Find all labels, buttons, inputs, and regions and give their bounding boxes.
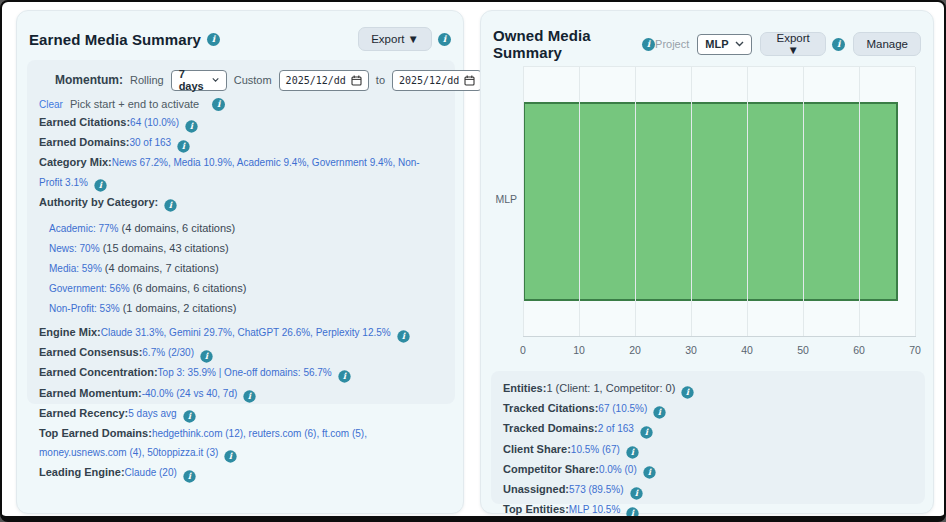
info-icon[interactable]: [682, 386, 694, 398]
gridline: [579, 67, 580, 336]
metric-label: Unassigned:: [503, 483, 569, 495]
metric-earned-recency: Earned Recency: 5 days avg: [39, 405, 443, 425]
metric-label: Leading Engine:: [39, 466, 125, 478]
info-icon[interactable]: [244, 390, 256, 402]
rolling-window-select[interactable]: 7 days: [171, 70, 227, 91]
authority-breakdown: Academic: 77% (4 domains, 6 citations) N…: [49, 220, 443, 320]
date-end-input[interactable]: 2025/12/dd: [392, 70, 482, 91]
authority-row-media: Media: 59% (4 domains, 7 citations): [49, 260, 443, 280]
gridline: [691, 67, 692, 336]
date-start-value: 2025/12/dd: [286, 75, 346, 86]
metric-value: 10.5% (67): [571, 444, 620, 455]
info-icon[interactable]: [626, 446, 638, 458]
metric-earned-consensus: Earned Consensus: 6.7% (2/30): [39, 344, 443, 364]
project-select[interactable]: MLP: [697, 34, 751, 55]
x-tick-label: 50: [797, 344, 809, 356]
rolling-window-value: 7 days: [179, 68, 206, 92]
metric-category-mix: Category Mix: News 67.2%, Media 10.9%, A…: [39, 154, 443, 193]
metric-engine-mix: Engine Mix: Claude 31.3%, Gemini 29.7%, …: [39, 324, 443, 344]
metric-top-entities: Top Entities: MLP 10.5%: [503, 501, 913, 521]
info-icon[interactable]: [627, 507, 639, 519]
owned-media-header: Owned Media Summary Project MLP Export ▼…: [493, 27, 921, 61]
info-icon[interactable]: [178, 140, 190, 152]
metric-label: Earned Consensus:: [39, 346, 142, 358]
info-icon[interactable]: [165, 200, 177, 212]
metric-value: 6.7% (2/30): [142, 347, 194, 358]
gridline: [915, 67, 916, 336]
metric-value: 573 (89.5%): [569, 484, 623, 495]
authority-detail: (1 domains, 2 citations): [120, 302, 237, 314]
info-icon[interactable]: [438, 33, 451, 46]
export-button[interactable]: Export ▼: [760, 32, 826, 56]
info-icon[interactable]: [183, 470, 195, 482]
info-icon[interactable]: [212, 98, 225, 111]
info-icon[interactable]: [207, 33, 220, 46]
authority-row-government: Government: 56% (6 domains, 6 citations): [49, 280, 443, 300]
info-icon[interactable]: [643, 467, 655, 479]
metric-label: Category Mix:: [39, 156, 112, 168]
metric-value: Claude 31.3%, Gemini 29.7%, ChatGPT 26.6…: [101, 327, 391, 338]
earned-media-title: Earned Media Summary: [29, 31, 201, 48]
manage-button[interactable]: Manage: [853, 32, 921, 56]
info-icon[interactable]: [183, 411, 195, 423]
y-axis-category-label: MLP: [481, 193, 517, 205]
metric-value: Claude (20): [125, 467, 177, 478]
metric-top-earned-domains: Top Earned Domains: hedgethink.com (12),…: [39, 425, 443, 464]
earned-media-header: Earned Media Summary Export ▼: [29, 27, 451, 51]
export-button[interactable]: Export ▼: [358, 27, 432, 51]
metric-competitor-share: Competitor Share: 0.0% (0): [503, 461, 913, 481]
metric-label: Competitor Share:: [503, 463, 599, 475]
gridline: [803, 67, 804, 336]
x-axis-line: [523, 336, 916, 337]
authority-row-academic: Academic: 77% (4 domains, 6 citations): [49, 220, 443, 240]
metric-value: 2 of 163: [598, 423, 634, 434]
gridline: [747, 67, 748, 336]
info-icon[interactable]: [397, 330, 409, 342]
metric-label: Earned Recency:: [39, 407, 128, 419]
metric-label: Top Entities:: [503, 503, 569, 515]
authority-row-non-profit: Non-Profit: 53% (1 domains, 2 citations): [49, 300, 443, 320]
calendar-icon[interactable]: [464, 75, 475, 86]
date-start-input[interactable]: 2025/12/dd: [279, 70, 369, 91]
metric-earned-domains: Earned Domains: 30 of 163: [39, 134, 443, 154]
x-tick-label: 10: [573, 344, 585, 356]
metric-label: Tracked Citations:: [503, 402, 598, 414]
to-label: to: [376, 74, 385, 86]
info-icon[interactable]: [640, 426, 652, 438]
chevron-down-icon: [735, 41, 744, 47]
info-icon[interactable]: [654, 406, 666, 418]
authority-detail: (4 domains, 7 citations): [102, 262, 219, 274]
authority-detail: (15 domains, 43 citations): [100, 242, 229, 254]
clear-link[interactable]: Clear: [39, 99, 63, 110]
authority-category: Government: 56%: [49, 283, 130, 294]
momentum-controls: Momentum: Rolling 7 days Custom 2025/12/…: [55, 68, 443, 92]
info-icon[interactable]: [338, 370, 350, 382]
metric-label: Top Earned Domains:: [39, 427, 152, 439]
metric-earned-citations: Earned Citations: 64 (10.0%): [39, 114, 443, 134]
info-icon[interactable]: [642, 38, 655, 51]
date-end-value: 2025/12/dd: [399, 75, 459, 86]
app-window: Earned Media Summary Export ▼ Momentum: …: [0, 0, 946, 522]
metric-entities: Entities: 1 (Client: 1, Competitor: 0): [503, 380, 913, 400]
calendar-icon[interactable]: [351, 75, 362, 86]
momentum-label: Momentum:: [55, 73, 123, 87]
authority-row-news: News: 70% (15 domains, 43 citations): [49, 240, 443, 260]
metric-value: MLP 10.5%: [569, 504, 621, 515]
info-icon[interactable]: [832, 38, 845, 51]
x-tick-label: 0: [520, 344, 526, 356]
info-icon[interactable]: [200, 350, 212, 362]
authority-detail: (6 domains, 6 citations): [130, 282, 247, 294]
info-icon[interactable]: [94, 179, 106, 191]
info-icon[interactable]: [185, 120, 197, 132]
chevron-down-icon: [212, 77, 219, 83]
info-icon[interactable]: [630, 487, 642, 499]
metric-unassigned: Unassigned: 573 (89.5%): [503, 481, 913, 501]
earned-media-panel: Earned Media Summary Export ▼ Momentum: …: [16, 10, 464, 514]
metric-tracked-domains: Tracked Domains: 2 of 163: [503, 420, 913, 440]
metric-label: Authority by Category:: [39, 196, 158, 208]
metric-client-share: Client Share: 10.5% (67): [503, 441, 913, 461]
info-icon[interactable]: [225, 450, 237, 462]
chart-plot: [523, 66, 915, 336]
metric-label: Earned Concentration:: [39, 366, 158, 378]
metric-value: 30 of 163: [129, 137, 171, 148]
